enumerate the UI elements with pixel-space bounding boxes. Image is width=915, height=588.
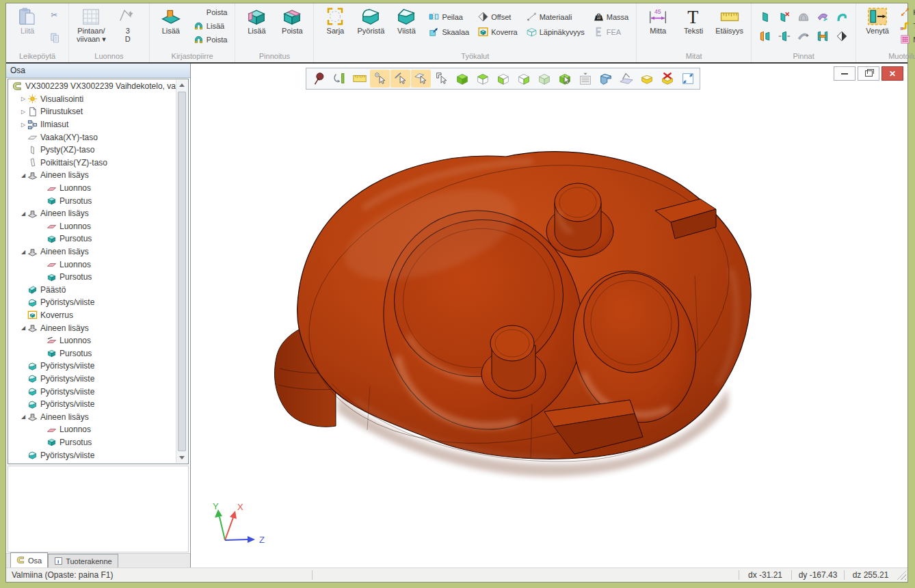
offset-surface-button[interactable]: [834, 29, 849, 44]
select-solid-button[interactable]: [555, 70, 574, 88]
magnet-add-button[interactable]: Lisää: [191, 19, 230, 32]
fillet-button[interactable]: Pyöristä: [355, 5, 386, 36]
select-point-button[interactable]: [370, 70, 390, 88]
expander-expanded-icon[interactable]: ◢: [19, 414, 27, 420]
tree-item[interactable]: Pyöristys/viiste: [8, 296, 176, 309]
tree-scrollbar[interactable]: [176, 80, 187, 463]
tab-tuoterakenne[interactable]: Tuoterakenne: [48, 554, 118, 567]
shell-button[interactable]: Koverra: [475, 25, 520, 38]
select-edge-button[interactable]: [390, 70, 410, 88]
scrollbar-thumb[interactable]: [178, 92, 186, 451]
sweep-surface-button[interactable]: [834, 10, 849, 25]
tree-item[interactable]: Pyöristys/viiste: [8, 398, 176, 411]
bend-button[interactable]: Taivuta: [897, 19, 915, 32]
chamfer-button[interactable]: Viistä: [390, 5, 422, 36]
deform-button[interactable]: Muotoile: [897, 33, 915, 46]
tree-item[interactable]: Luonnos: [8, 334, 176, 347]
surface-button[interactable]: [758, 10, 773, 25]
sketch-plane-button[interactable]: [616, 70, 636, 88]
tree-item[interactable]: Pyöristys/viiste: [8, 449, 176, 462]
distance-button[interactable]: Etäisyys: [713, 5, 745, 36]
tree-item[interactable]: Koverrus: [8, 309, 176, 322]
tree-item[interactable]: ◢Aineen lisäys: [8, 169, 176, 182]
tree-item[interactable]: ◢Aineen lisäys: [8, 207, 176, 220]
resize-grip[interactable]: [897, 570, 906, 580]
surface-add-button[interactable]: Lisää: [241, 5, 272, 36]
tree-item[interactable]: ▷Ilmiasut: [8, 118, 176, 131]
extend-surface-button[interactable]: [777, 29, 792, 44]
model-gearbox-cover[interactable]: [191, 64, 907, 557]
tree-item[interactable]: ◢Aineen lisäys: [8, 245, 176, 258]
tree-item[interactable]: Luonnos: [8, 220, 176, 233]
pattern-button[interactable]: Sarja: [319, 5, 351, 36]
view-cube-right-button[interactable]: [514, 70, 533, 88]
sketch-on-surface-button[interactable]: Pintaan/ viivaan ▾: [75, 5, 108, 44]
expander-collapsed-icon[interactable]: ▷: [19, 109, 27, 115]
tree-item[interactable]: VX3002239 VX3002239 Vaihdekotelo, valu: [8, 80, 176, 93]
tree-item[interactable]: Pursotus: [8, 232, 176, 245]
tree-item[interactable]: Poikittais(YZ)-taso: [8, 157, 176, 170]
scroll-down-icon[interactable]: [176, 453, 187, 463]
expand-view-button[interactable]: [678, 70, 698, 88]
sketch-3d-button[interactable]: 3 D: [112, 5, 144, 44]
expander-collapsed-icon[interactable]: ▷: [19, 122, 27, 128]
tree-item[interactable]: Pursotus: [8, 347, 176, 360]
view-cube-shaded-button[interactable]: [534, 70, 554, 88]
viewport-3d[interactable]: ✕ Y X Z: [191, 64, 907, 567]
tree-item[interactable]: Pursotus: [8, 194, 176, 207]
expander-expanded-icon[interactable]: ◢: [19, 211, 27, 217]
material-button[interactable]: Materiaali: [524, 10, 587, 23]
mass-button[interactable]: Massa: [591, 10, 631, 23]
pin-button[interactable]: [308, 70, 328, 88]
magnet-remove-button[interactable]: Poista: [191, 33, 230, 46]
tree-item[interactable]: Luonnos: [8, 182, 176, 195]
select-face-button[interactable]: [411, 70, 431, 88]
tree-item[interactable]: Luonnos: [8, 423, 176, 436]
tree-item[interactable]: ◢Aineen lisäys: [8, 321, 176, 334]
tree-item[interactable]: Pyöristys/viiste: [8, 385, 176, 398]
tree-item[interactable]: Pursotus: [8, 436, 176, 449]
tree-item[interactable]: Päästö: [8, 284, 176, 297]
tab-osa[interactable]: Osa: [10, 552, 48, 567]
fea-button[interactable]: FEA: [591, 25, 631, 38]
tree-item[interactable]: Vaaka(XY)-taso: [8, 131, 176, 144]
view-cube-solid-button[interactable]: [452, 70, 472, 88]
dimension-button[interactable]: Mitta: [642, 5, 674, 36]
patch-surface-button[interactable]: [796, 10, 811, 25]
text-button[interactable]: Teksti: [678, 5, 709, 36]
scroll-up-icon[interactable]: [176, 80, 187, 90]
paste-button[interactable]: Liitä: [12, 5, 43, 36]
join-surface-button[interactable]: [758, 29, 773, 44]
tree-item[interactable]: Pysty(XZ)-taso: [8, 144, 176, 157]
view-cube-top-button[interactable]: [473, 70, 492, 88]
view-cube-left-button[interactable]: [493, 70, 513, 88]
replace-surface-button[interactable]: [815, 10, 830, 25]
library-add-button[interactable]: Lisää: [155, 5, 187, 36]
tree-item[interactable]: Pyöristys/viiste: [8, 360, 176, 373]
tree-item[interactable]: Pursotus: [8, 271, 176, 284]
profile-button[interactable]: [596, 70, 615, 88]
tree-item[interactable]: Pyöristys/viiste: [8, 373, 176, 386]
trim-surface-button[interactable]: [815, 29, 830, 44]
minimize-button[interactable]: [834, 66, 856, 81]
mirror-button[interactable]: Peilaa: [426, 10, 471, 23]
tree-item[interactable]: ◢Aineen lisäys: [8, 410, 176, 423]
library-remove-button[interactable]: Poista: [191, 5, 230, 18]
select-feature-button[interactable]: [432, 70, 451, 88]
restore-button[interactable]: [858, 66, 879, 81]
show-box-button[interactable]: [637, 70, 657, 88]
tree-item[interactable]: ▷Visualisointi: [8, 93, 176, 106]
expander-expanded-icon[interactable]: ◢: [19, 249, 27, 255]
surface-remove-button[interactable]: Poista: [276, 5, 308, 36]
expander-collapsed-icon[interactable]: ▷: [19, 96, 27, 102]
transparency-button[interactable]: Läpinäkyvyys: [524, 25, 587, 38]
expander-expanded-icon[interactable]: ◢: [19, 325, 27, 331]
display-list-button[interactable]: [575, 70, 595, 88]
cut-button[interactable]: [47, 8, 63, 21]
copy-button[interactable]: [47, 31, 63, 44]
twist-button[interactable]: Kierrä: [897, 5, 915, 18]
offset-button[interactable]: Offset: [475, 10, 520, 23]
flip-direction-button[interactable]: [329, 70, 349, 88]
tree-item[interactable]: ▷Piirustukset: [8, 105, 176, 118]
tree-item[interactable]: Luonnos: [8, 258, 176, 271]
